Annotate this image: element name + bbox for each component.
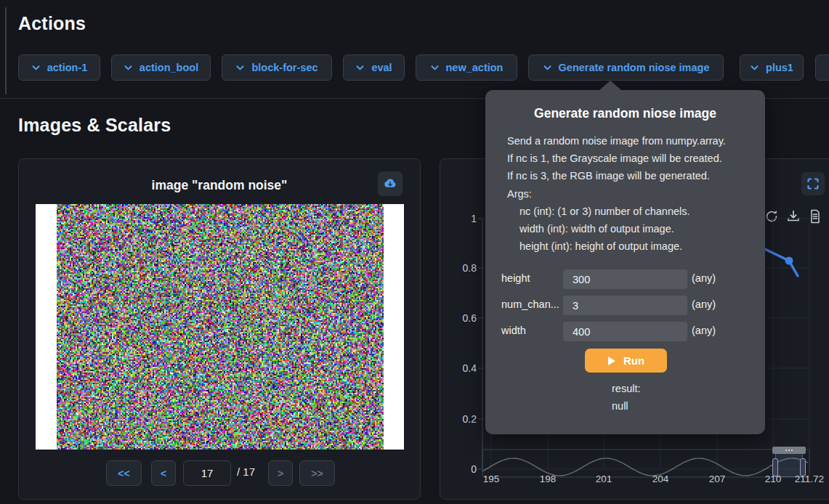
action-button-new-action[interactable]: new_action [416, 54, 517, 81]
action-button-label: eval [371, 62, 392, 73]
cloud-download-button[interactable] [378, 171, 403, 196]
arg-row-width: width (any) [485, 322, 765, 341]
run-button[interactable]: Run [585, 349, 667, 373]
action-button-label: plus1 [766, 62, 793, 73]
chevron-down-icon [124, 63, 133, 73]
image-display-frame [36, 204, 404, 450]
x-tick-label: 201 [581, 473, 627, 485]
pagination-first-button[interactable]: << [106, 460, 142, 486]
arg-label: height [501, 272, 562, 284]
pagination-last-button[interactable]: >> [299, 460, 335, 486]
noise-image [57, 204, 384, 450]
action-button-block-for-sec[interactable]: block-for-sec [222, 54, 332, 81]
action-button-eval[interactable]: eval [343, 54, 405, 81]
action-button-generate-random-noise-image[interactable]: Generate random niose image [528, 54, 724, 81]
description-line: If nc is 3, the RGB image will be genera… [507, 167, 748, 184]
actions-section-title: Actions [18, 13, 86, 34]
action-button-label: new_action [446, 62, 504, 73]
pagination-prev-button[interactable]: < [151, 460, 176, 486]
image-card: image "random noise" << < / 17 > >> [18, 158, 421, 500]
result-value: null [612, 400, 628, 412]
action-button-plus1[interactable]: plus1 [740, 54, 804, 81]
arg-num-channels-input[interactable] [563, 296, 687, 315]
action-button-label: block-for-sec [251, 62, 318, 73]
chevron-down-icon [355, 63, 365, 73]
arg-width-input[interactable] [563, 322, 687, 341]
run-button-label: Run [623, 354, 644, 367]
left-edge-scroll-hint [5, 7, 7, 94]
datazoom-move-handle[interactable] [772, 447, 806, 454]
arg-type-hint: (any) [692, 325, 716, 336]
description-line: Send a random noise image from numpy.arr… [507, 132, 748, 150]
description-line: nc (int): (1 or 3) number of channels. [507, 203, 748, 220]
arg-type-hint: (any) [692, 272, 716, 284]
arg-type-hint: (any) [692, 298, 716, 310]
description-line: height (int): height of output image. [507, 237, 748, 255]
popup-caret [599, 81, 621, 90]
action-button-label: action_bool [139, 62, 198, 73]
arg-label: width [501, 325, 562, 336]
play-icon [607, 356, 616, 366]
description-line: If nc is 1, the Grayscale image will be … [507, 150, 748, 167]
action-button-label: Generate random niose image [559, 62, 710, 73]
x-tick-label: 204 [637, 473, 684, 485]
image-card-title: image "random noise" [19, 178, 420, 193]
result-label: result: [612, 383, 641, 394]
action-button-action-bool[interactable]: action_bool [111, 54, 211, 81]
pagination-next-button[interactable]: > [268, 460, 293, 486]
arg-row-num-channels: num_chan... (any) [485, 296, 765, 315]
action-popup: Generate random niose image Send a rando… [485, 90, 765, 434]
chevron-down-icon [543, 63, 552, 73]
images-scalars-section-title: Images & Scalars [18, 115, 171, 136]
arg-label: num_chan... [501, 298, 562, 310]
x-tick-label: 198 [525, 473, 571, 485]
chevron-down-icon [31, 63, 41, 73]
x-tick-label: 195 [468, 473, 514, 485]
x-tick-label: 207 [694, 473, 740, 485]
popup-title: Generate random niose image [485, 106, 765, 121]
pagination-total-label: / 17 [237, 466, 255, 478]
description-line: width (int): width of output image. [507, 220, 748, 237]
action-button-partial[interactable] [815, 54, 829, 81]
description-line: Args: [507, 185, 748, 203]
action-button-label: action-1 [47, 62, 88, 73]
chevron-down-icon [750, 63, 759, 73]
arg-row-height: height (any) [485, 269, 765, 289]
x-tick-label: 211.72 [786, 473, 829, 485]
chevron-down-icon [430, 63, 440, 73]
dashboard-page: Actions action-1 action_bool block-for-s… [0, 0, 829, 504]
arg-height-input[interactable] [563, 269, 687, 289]
cloud-download-icon [383, 178, 397, 190]
pagination-page-input[interactable] [183, 460, 231, 486]
chevron-down-icon [235, 63, 245, 73]
popup-description: Send a random noise image from numpy.arr… [507, 132, 748, 255]
action-button-action-1[interactable]: action-1 [18, 54, 100, 81]
